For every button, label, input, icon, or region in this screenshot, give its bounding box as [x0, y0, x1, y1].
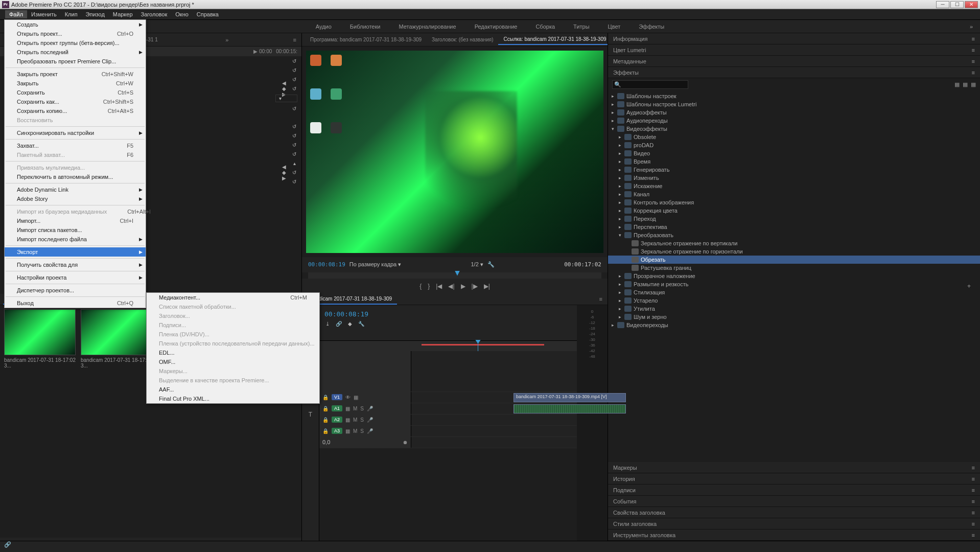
keyframe-reset-icon[interactable]: ↺: [291, 123, 297, 129]
fx-badge-icon[interactable]: ▦: [963, 81, 968, 88]
menu-item[interactable]: Adobe Dynamic Link▶: [5, 185, 146, 194]
fx-folder[interactable]: ▾Видеоэффекты: [608, 125, 980, 133]
panel-options-icon[interactable]: ≡: [972, 532, 975, 538]
track-label-a2[interactable]: A2: [332, 417, 342, 423]
keyframe-reset-icon[interactable]: ↺: [291, 178, 297, 185]
workspace-tab[interactable]: Редактирование: [465, 21, 527, 32]
program-tc-current[interactable]: 00:00:08:19: [308, 261, 345, 268]
settings-icon[interactable]: 🔧: [487, 261, 495, 268]
right-panel-tab[interactable]: Информация≡: [608, 33, 980, 44]
right-panel-tab[interactable]: Подписи≡: [608, 485, 980, 496]
right-panel-tab[interactable]: Свойства заголовка≡: [608, 507, 980, 518]
menu-маркер[interactable]: Маркер: [109, 10, 137, 18]
keyframe-reset-icon[interactable]: ↺: [291, 67, 297, 73]
add-button-icon[interactable]: +: [967, 283, 971, 290]
panel-options-icon[interactable]: ≡: [972, 58, 975, 64]
menu-item[interactable]: Adobe Story▶: [5, 194, 146, 203]
lock-icon[interactable]: 🔒: [322, 417, 329, 423]
panel-options-icon[interactable]: ≡: [972, 521, 975, 527]
fx-folder[interactable]: ▸Видеопереходы: [608, 321, 980, 329]
mute-icon[interactable]: M: [353, 406, 357, 411]
timeline-timecode[interactable]: 00:00:08:19: [324, 310, 572, 318]
fx-folder[interactable]: ▸Устарело: [608, 296, 980, 305]
workspace-tab[interactable]: Библиотеки: [341, 21, 390, 32]
lock-icon[interactable]: 🔒: [322, 428, 329, 434]
keyframe-nav-icon[interactable]: ◀ ◆ ▶: [282, 85, 288, 91]
go-to-in-icon[interactable]: |◀: [436, 283, 442, 290]
menu-item[interactable]: Открыть проект группы (бета-версия)...: [5, 38, 146, 48]
right-panel-tab[interactable]: События≡: [608, 496, 980, 507]
menu-заголовок[interactable]: Заголовок: [137, 10, 172, 18]
workspace-tab[interactable]: Эффекты: [629, 21, 673, 32]
fx-folder[interactable]: ▸Аудиоэффекты: [608, 108, 980, 117]
panel-options-icon[interactable]: ≡: [291, 36, 298, 44]
right-panel-tab[interactable]: Маркеры≡: [608, 462, 980, 473]
panel-options-icon[interactable]: ≡: [597, 295, 604, 303]
fx-badge-icon[interactable]: ▦: [954, 81, 960, 88]
right-panel-tab[interactable]: Инструменты заголовка≡: [608, 530, 980, 541]
fx-folder[interactable]: ▸Видео: [608, 149, 980, 157]
right-panel-tab[interactable]: Цвет Lumetri≡: [608, 44, 980, 56]
menu-item[interactable]: Импорт...Ctrl+I: [5, 216, 146, 225]
track-label-a1[interactable]: A1: [332, 405, 342, 411]
menu-эпизод[interactable]: Эпизод: [82, 10, 109, 18]
fx-folder[interactable]: ▸Контроль изображения: [608, 198, 980, 206]
track-label-a3[interactable]: A3: [332, 428, 342, 434]
menu-item[interactable]: Сохранить как...Ctrl+Shift+S: [5, 97, 146, 106]
menu-item[interactable]: ЗакрытьCtrl+W: [5, 79, 146, 88]
menu-item[interactable]: Экспорт▶: [5, 247, 146, 257]
menu-item[interactable]: Переключить в автономный режим...: [5, 172, 146, 181]
menu-item[interactable]: СохранитьCtrl+S: [5, 88, 146, 97]
workspace-tab[interactable]: Титры: [564, 21, 598, 32]
menu-item[interactable]: OMF...: [147, 357, 319, 366]
scrub-playhead[interactable]: [455, 271, 460, 276]
panel-options-icon[interactable]: ≡: [972, 498, 975, 504]
panel-options-icon[interactable]: ≡: [972, 70, 975, 76]
fx-effect-item[interactable]: Зеркальное отражение по вертикали: [608, 239, 980, 247]
panel-options-icon[interactable]: ≡: [972, 465, 975, 471]
right-panel-tab[interactable]: История≡: [608, 473, 980, 485]
menu-item[interactable]: Настройки проекта▶: [5, 273, 146, 282]
fx-folder[interactable]: ▸Канал: [608, 190, 980, 198]
sync-lock-icon[interactable]: ▦: [354, 395, 358, 400]
menu-изменить[interactable]: Изменить: [27, 10, 61, 18]
close-button[interactable]: ✕: [965, 1, 978, 8]
keyframe-reset-icon[interactable]: ↺: [291, 85, 297, 91]
keyframe-reset-icon[interactable]: ↺: [291, 76, 297, 82]
snap-icon[interactable]: ⤓: [324, 321, 331, 327]
menu-item[interactable]: Импорт последнего файла▶: [5, 235, 146, 244]
panel-menu-icon[interactable]: »: [223, 36, 230, 44]
minimize-button[interactable]: ─: [936, 1, 949, 8]
workspace-tab[interactable]: Цвет: [599, 21, 630, 32]
fx-effect-item[interactable]: Растушевка границ: [608, 264, 980, 272]
workspace-tab[interactable]: Аудио: [307, 21, 341, 32]
fx-folder[interactable]: ▸Переход: [608, 215, 980, 223]
zoom-dropdown[interactable]: По размеру кадра ▾: [349, 261, 401, 268]
menu-файл[interactable]: Файл: [5, 10, 27, 18]
right-panel-tab[interactable]: Метаданные≡: [608, 56, 980, 67]
workspace-overflow-icon[interactable]: »: [968, 21, 975, 32]
menu-item[interactable]: Закрыть проектCtrl+Shift+W: [5, 70, 146, 79]
fx-folder[interactable]: ▸Прозрачное наложение: [608, 272, 980, 280]
record-icon[interactable]: ⏺: [403, 440, 408, 445]
solo-icon[interactable]: S: [360, 406, 364, 411]
step-fwd-icon[interactable]: |▶: [472, 283, 478, 290]
menu-клип[interactable]: Клип: [61, 10, 82, 18]
audio-clip[interactable]: [514, 404, 626, 413]
menu-item[interactable]: AAF...: [147, 385, 319, 394]
menu-item[interactable]: Сохранить копию...Ctrl+Alt+S: [5, 106, 146, 116]
menu-item[interactable]: Захват...F5: [5, 141, 146, 150]
workspace-tab[interactable]: Сборка: [526, 21, 564, 32]
step-back-icon[interactable]: ◀|: [448, 283, 454, 290]
tab-link[interactable]: Ссылка: bandicam 2017-07-31 18-38-19-309: [498, 34, 608, 45]
settings-icon[interactable]: 🔧: [358, 321, 364, 327]
type-tool-icon[interactable]: T: [306, 409, 316, 420]
menu-item[interactable]: Диспетчер проектов...: [5, 286, 146, 295]
fx-folder[interactable]: ▸Изменить: [608, 174, 980, 182]
tab-title[interactable]: Заголовок: (без названия): [427, 35, 498, 44]
keyframe-reset-icon[interactable]: ↺: [291, 58, 297, 64]
fx-folder[interactable]: ▸Шаблоны настроек Lumetri: [608, 100, 980, 108]
fx-folder[interactable]: ▾Преобразовать: [608, 231, 980, 239]
lock-icon[interactable]: 🔒: [322, 406, 329, 411]
menu-item[interactable]: Синхронизировать настройки▶: [5, 128, 146, 137]
